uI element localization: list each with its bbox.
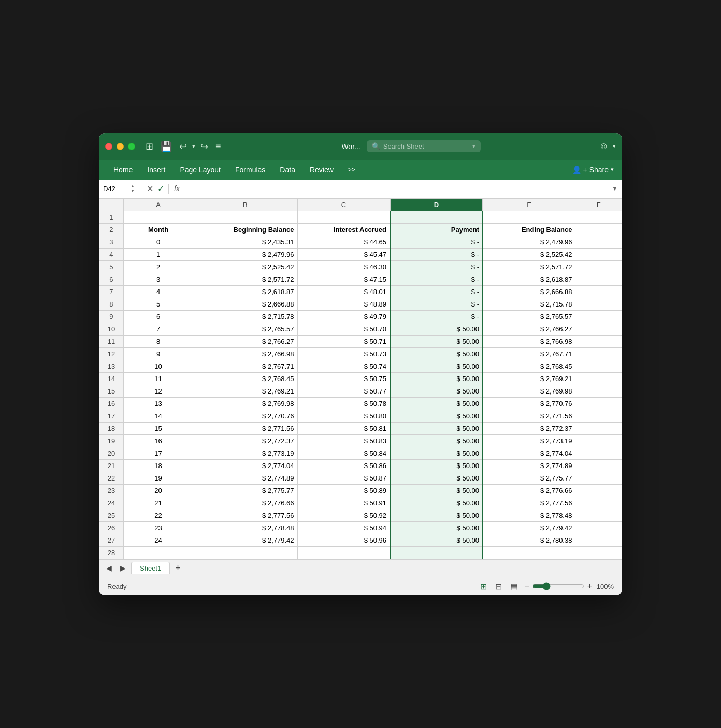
cell-b[interactable]: $ 2,774.04 (193, 459, 297, 472)
cell-f[interactable] (575, 260, 622, 273)
cell-d[interactable]: $ 50.00 (390, 534, 483, 546)
cell-b[interactable]: $ 2,779.42 (193, 534, 297, 546)
cell-a[interactable]: 12 (123, 385, 193, 397)
cell-e[interactable]: $ 2,779.42 (483, 521, 575, 534)
cell-b[interactable] (193, 546, 297, 559)
cell-e[interactable]: $ 2,525.42 (483, 248, 575, 260)
cell-b[interactable]: $ 2,715.78 (193, 310, 297, 323)
cell-e[interactable]: $ 2,770.76 (483, 397, 575, 410)
cell-f[interactable] (575, 447, 622, 459)
cell-a[interactable]: 16 (123, 434, 193, 447)
cell-e[interactable]: $ 2,765.57 (483, 310, 575, 323)
cell-b[interactable]: $ 2,777.56 (193, 509, 297, 521)
cell-c[interactable]: $ 50.75 (297, 372, 390, 385)
cell-e[interactable]: $ 2,618.87 (483, 273, 575, 285)
cell-a[interactable] (123, 211, 193, 223)
cell-f[interactable] (575, 410, 622, 422)
cell-ref-arrows[interactable]: ▲ ▼ (131, 184, 135, 193)
cell-f[interactable] (575, 298, 622, 310)
cell-e[interactable]: $ 2,768.45 (483, 360, 575, 372)
cell-d[interactable]: $ - (390, 285, 483, 298)
cell-b[interactable]: $ 2,778.48 (193, 521, 297, 534)
cell-f[interactable] (575, 385, 622, 397)
cell-d[interactable]: $ 50.00 (390, 459, 483, 472)
cell-e[interactable]: $ 2,775.77 (483, 472, 575, 484)
cell-e[interactable]: $ 2,773.19 (483, 434, 575, 447)
col-header-b[interactable]: B (193, 198, 297, 211)
cell-f[interactable] (575, 285, 622, 298)
col-header-e[interactable]: E (483, 198, 575, 211)
cell-c[interactable]: $ 50.73 (297, 347, 390, 360)
cell-c[interactable]: $ 50.74 (297, 360, 390, 372)
cell-f[interactable] (575, 335, 622, 347)
grid-view-button[interactable]: ⊞ (478, 580, 489, 592)
maximize-button[interactable] (128, 143, 135, 150)
cell-a[interactable]: 0 (123, 236, 193, 248)
menu-insert[interactable]: Insert (141, 164, 171, 176)
cell-e[interactable]: $ 2,778.48 (483, 509, 575, 521)
menu-more[interactable]: >> (342, 164, 362, 176)
cell-d[interactable]: $ - (390, 273, 483, 285)
cell-f[interactable] (575, 472, 622, 484)
menu-data[interactable]: Data (273, 164, 301, 176)
undo-dropdown[interactable]: ▾ (192, 143, 195, 150)
cell-d[interactable]: $ 50.00 (390, 509, 483, 521)
cell-c[interactable]: $ 50.86 (297, 459, 390, 472)
cell-b[interactable]: $ 2,525.42 (193, 260, 297, 273)
cell-f[interactable] (575, 509, 622, 521)
cell-d[interactable]: $ 50.00 (390, 472, 483, 484)
tab-next-button[interactable]: ▶ (117, 563, 129, 573)
cell-f[interactable] (575, 497, 622, 509)
account-icon[interactable]: ☺ (599, 141, 609, 152)
cell-c[interactable]: $ 50.92 (297, 509, 390, 521)
cell-d[interactable]: $ 50.00 (390, 410, 483, 422)
cell-d[interactable]: $ - (390, 260, 483, 273)
cell-a[interactable]: 13 (123, 397, 193, 410)
cell-a[interactable]: 11 (123, 372, 193, 385)
cell-e[interactable]: $ 2,715.78 (483, 298, 575, 310)
cell-a[interactable]: Month (123, 223, 193, 236)
cell-d[interactable] (390, 211, 483, 223)
cell-a[interactable]: 9 (123, 347, 193, 360)
sidebar-toggle-icon[interactable]: ⊞ (143, 140, 155, 153)
cell-e[interactable]: $ 2,571.72 (483, 260, 575, 273)
cell-f[interactable] (575, 223, 622, 236)
cell-b[interactable]: $ 2,775.77 (193, 484, 297, 497)
cell-e[interactable]: $ 2,766.98 (483, 335, 575, 347)
cell-f[interactable] (575, 323, 622, 335)
search-input[interactable] (383, 142, 469, 150)
cell-f[interactable] (575, 310, 622, 323)
cell-c[interactable]: $ 49.79 (297, 310, 390, 323)
cell-d[interactable]: $ - (390, 310, 483, 323)
confirm-formula-icon[interactable]: ✓ (157, 184, 164, 194)
cell-c[interactable]: $ 50.78 (297, 397, 390, 410)
cell-b[interactable]: $ 2,769.21 (193, 385, 297, 397)
share-dropdown-icon[interactable]: ▾ (611, 166, 614, 173)
share-button[interactable]: 👤 + Share ▾ (572, 166, 614, 174)
cell-e[interactable]: $ 2,769.98 (483, 385, 575, 397)
redo-icon[interactable]: ↪ (198, 140, 210, 153)
cell-d[interactable]: $ - (390, 248, 483, 260)
layout-view-button[interactable]: ▤ (508, 580, 520, 592)
cell-f[interactable] (575, 521, 622, 534)
cell-a[interactable]: 3 (123, 273, 193, 285)
cell-c[interactable]: $ 50.96 (297, 534, 390, 546)
cell-d[interactable]: $ 50.00 (390, 484, 483, 497)
cell-a[interactable]: 17 (123, 447, 193, 459)
cell-f[interactable] (575, 422, 622, 434)
cell-e[interactable]: $ 2,776.66 (483, 484, 575, 497)
cell-c[interactable]: $ 50.77 (297, 385, 390, 397)
cell-f[interactable] (575, 372, 622, 385)
cell-f[interactable] (575, 347, 622, 360)
cell-c[interactable]: $ 50.83 (297, 434, 390, 447)
save-icon[interactable]: 💾 (158, 140, 174, 153)
cell-d[interactable]: $ 50.00 (390, 422, 483, 434)
cell-e[interactable]: $ 2,766.27 (483, 323, 575, 335)
cell-b[interactable]: $ 2,618.87 (193, 285, 297, 298)
cell-f[interactable] (575, 434, 622, 447)
cancel-formula-icon[interactable]: ✕ (147, 184, 153, 194)
cell-e[interactable]: $ 2,771.56 (483, 410, 575, 422)
cell-c[interactable]: $ 48.01 (297, 285, 390, 298)
cell-e[interactable]: $ 2,774.04 (483, 447, 575, 459)
cell-f[interactable] (575, 273, 622, 285)
